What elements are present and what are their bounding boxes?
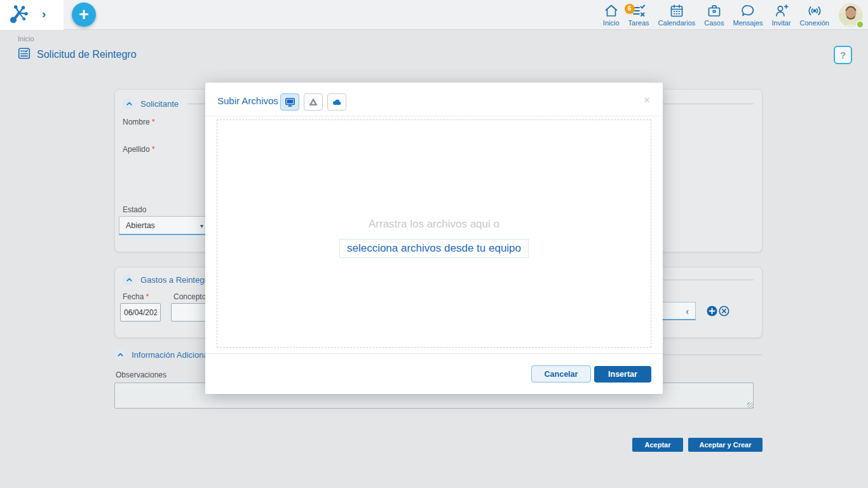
tasks-badge: 6 <box>625 4 635 14</box>
broadcast-icon <box>807 3 822 18</box>
expand-sidebar-chevron-icon[interactable]: › <box>42 7 46 21</box>
modal-footer-divider <box>205 353 663 354</box>
nav-invitar[interactable]: Invitar <box>768 3 796 27</box>
source-google-drive-button[interactable] <box>304 93 323 111</box>
section-title: Información Adicional <box>132 350 210 360</box>
observaciones-label: Observaciones <box>116 370 166 379</box>
chevron-up-icon <box>117 351 124 358</box>
cancelar-button[interactable]: Cancelar <box>531 365 591 383</box>
calendar-icon <box>669 3 684 18</box>
aceptar-button[interactable]: Aceptar <box>632 438 683 452</box>
collapse-adicional-button[interactable] <box>114 349 126 360</box>
modal-header: Subir Archivos <box>205 83 663 116</box>
help-button[interactable]: ? <box>834 46 852 64</box>
topbar: › + Inicio Tarea <box>0 0 868 30</box>
nombre-label: Nombre * <box>123 118 155 126</box>
chevron-left-icon[interactable]: ‹ <box>686 306 689 316</box>
chevron-up-icon <box>126 276 133 283</box>
aceptar-y-crear-button[interactable]: Aceptar y Crear <box>688 438 763 452</box>
nav-casos[interactable]: Casos <box>700 3 728 27</box>
nav-tareas[interactable]: Tareas 6 <box>624 3 654 27</box>
add-row-button[interactable] <box>707 306 717 316</box>
estado-label: Estado <box>123 205 146 214</box>
nav-label: Calendarios <box>658 19 696 27</box>
nav-label: Inicio <box>603 19 620 27</box>
dropzone-hint: Arrastra los archivos aqui o <box>369 218 499 231</box>
nav-label: Mensajes <box>733 19 763 27</box>
nav-label: Invitar <box>772 19 791 27</box>
google-drive-icon <box>308 97 319 107</box>
briefcase-icon <box>707 3 722 18</box>
apellido-label: Apellido * <box>123 145 155 154</box>
collapse-gastos-button[interactable] <box>123 274 135 285</box>
chat-icon <box>740 3 756 18</box>
online-status-dot <box>856 20 864 29</box>
required-marker: * <box>152 145 155 154</box>
close-icon[interactable]: × <box>644 94 650 107</box>
upload-files-modal: Subir Archivos <box>205 83 663 394</box>
top-navigation: Inicio Tareas 6 <box>599 0 867 30</box>
home-icon <box>604 3 619 18</box>
insertar-button[interactable]: Insertar <box>594 366 651 383</box>
collapse-solicitante-button[interactable] <box>123 98 135 109</box>
page-title-row: Solicitud de Reintegro <box>17 46 137 63</box>
person-add-icon <box>774 3 789 18</box>
select-files-button[interactable]: selecciona archivos desde tu equipo <box>339 239 529 258</box>
modal-title: Subir Archivos <box>217 95 278 106</box>
estado-select[interactable]: Abiertas ▾ <box>119 216 208 235</box>
user-avatar[interactable] <box>839 3 863 27</box>
create-new-button[interactable]: + <box>72 3 96 27</box>
kissflow-logo-icon <box>0 4 29 26</box>
resize-handle-icon[interactable] <box>747 402 753 408</box>
source-onedrive-button[interactable] <box>327 93 346 111</box>
onedrive-cloud-icon <box>331 97 343 107</box>
nav-inicio[interactable]: Inicio <box>599 3 624 27</box>
breadcrumb[interactable]: Inicio <box>18 35 34 43</box>
form-icon <box>17 46 31 63</box>
required-marker: * <box>152 118 155 126</box>
nav-label: Conexión <box>800 19 829 27</box>
fecha-label: Fecha * <box>123 292 149 301</box>
nav-mensajes[interactable]: Mensajes <box>728 3 767 27</box>
chevron-down-icon: ▾ <box>200 222 203 229</box>
nav-conexion[interactable]: Conexión <box>796 3 834 27</box>
fecha-input[interactable] <box>120 303 161 322</box>
required-marker: * <box>146 292 149 301</box>
upload-source-buttons <box>280 93 346 111</box>
plus-circle-icon <box>707 306 717 316</box>
page-title: Solicitud de Reintegro <box>37 49 137 60</box>
file-dropzone[interactable]: Arrastra los archivos aqui o selecciona … <box>217 119 651 348</box>
app-logo[interactable]: › <box>0 0 64 30</box>
monitor-icon <box>284 97 296 108</box>
chevron-up-icon <box>126 100 133 107</box>
section-title: Gastos a Reintegrar <box>140 275 214 285</box>
x-circle-icon <box>719 306 729 316</box>
section-title: Solicitante <box>140 99 179 109</box>
estado-value: Abiertas <box>126 221 155 230</box>
nav-label: Casos <box>704 19 724 27</box>
source-my-computer-button[interactable] <box>280 93 299 111</box>
nav-calendarios[interactable]: Calendarios <box>654 3 700 27</box>
remove-row-button[interactable] <box>719 306 729 316</box>
screen: › + Inicio Tarea <box>0 0 868 488</box>
nav-label: Tareas <box>628 19 649 27</box>
